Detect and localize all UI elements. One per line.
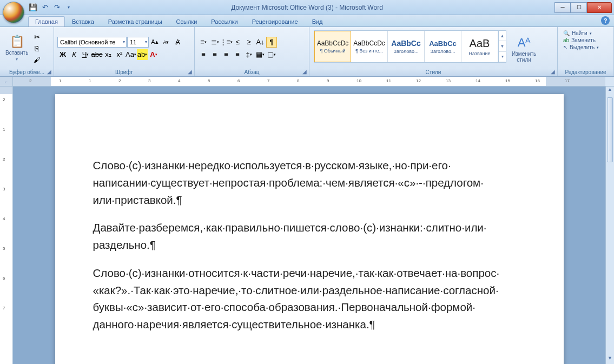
- gallery-more-button[interactable]: ▾: [499, 52, 506, 62]
- undo-icon[interactable]: ↶: [40, 3, 50, 12]
- align-left-button[interactable]: ≡: [198, 49, 209, 60]
- borders-button[interactable]: ▢▾: [266, 49, 277, 60]
- gallery-up-button[interactable]: ▲: [499, 31, 506, 41]
- gallery-down-button[interactable]: ▼: [499, 41, 506, 51]
- change-styles-button[interactable]: Aᴬ Изменить стили: [509, 30, 539, 68]
- paragraph[interactable]: Слово·(с)·изнанки·относится·к·части·речи…: [93, 264, 526, 333]
- style-preview: AaBbCcDc: [317, 39, 349, 47]
- close-button[interactable]: ✕: [587, 2, 612, 13]
- tab-mailings[interactable]: Рассылки: [204, 16, 245, 27]
- chevron-down-icon: ▾: [121, 39, 125, 44]
- document-viewport[interactable]: Слово·(с)·изнанки·нередко·используется·в…: [13, 87, 605, 364]
- increase-indent-button[interactable]: ≥: [243, 37, 254, 48]
- format-painter-button[interactable]: 🖌: [31, 54, 42, 65]
- font-family-combo[interactable]: Calibri (Основной те▾: [57, 37, 127, 48]
- change-case-button[interactable]: Aa▾: [126, 49, 136, 60]
- ruler-tick: 13: [446, 78, 451, 83]
- justify-button[interactable]: ≡: [232, 49, 243, 60]
- group-label-clipboard: Буфер обме...: [2, 68, 51, 76]
- group-label-paragraph: Абзац: [197, 68, 307, 76]
- ruler-tick: 4: [3, 216, 5, 221]
- tab-pagelayout[interactable]: Разметка страницы: [101, 16, 169, 27]
- horizontal-ruler-area: ⌐ 211234567891011121314151617: [0, 77, 614, 87]
- vertical-ruler[interactable]: 21234567: [0, 87, 13, 364]
- line-spacing-button[interactable]: ‡▾: [243, 49, 254, 60]
- style-item[interactable]: AaBНазвание: [461, 31, 498, 62]
- bold-button[interactable]: Ж: [57, 49, 68, 60]
- redo-icon[interactable]: ↷: [52, 3, 62, 12]
- highlight-button[interactable]: ab▾: [137, 49, 148, 60]
- vertical-scrollbar[interactable]: ▲ ▼: [605, 87, 614, 364]
- strikethrough-button[interactable]: abc: [91, 49, 102, 60]
- style-item[interactable]: AaBbCcЗаголово...: [388, 31, 425, 62]
- group-label-editing: Редактирование: [560, 68, 611, 76]
- horizontal-ruler[interactable]: 211234567891011121314151617: [13, 77, 605, 86]
- paste-button[interactable]: 📋 Вставить ▾: [2, 28, 31, 68]
- clipboard-launcher[interactable]: ◢: [46, 69, 52, 75]
- style-name: Название: [463, 51, 497, 56]
- paragraph-launcher[interactable]: ◢: [301, 69, 308, 75]
- style-item[interactable]: AaBbCcЗаголово...: [425, 31, 461, 62]
- multilevel-button[interactable]: ⋮≡▾: [221, 37, 232, 48]
- scroll-up-button[interactable]: ▲: [606, 87, 614, 95]
- tab-review[interactable]: Рецензирование: [245, 16, 305, 27]
- tab-view[interactable]: Вид: [305, 16, 330, 27]
- font-launcher[interactable]: ◢: [187, 69, 193, 75]
- align-right-button[interactable]: ≡: [221, 49, 232, 60]
- replace-icon: ab: [563, 37, 569, 43]
- ruler-tick: 15: [505, 78, 510, 83]
- subscript-button[interactable]: x₂: [103, 49, 114, 60]
- ruler-tick: 5: [3, 246, 5, 251]
- paragraph[interactable]: Давайте·разберемся,·как·правильно·пишетс…: [93, 219, 526, 254]
- font-size-combo[interactable]: 11▾: [127, 37, 149, 48]
- window-title: Документ Microsoft Office Word (3) - Mic…: [231, 4, 383, 11]
- office-button[interactable]: [3, 2, 24, 23]
- font-color-button[interactable]: A▾: [148, 49, 159, 60]
- grow-font-button[interactable]: A▴: [149, 37, 160, 48]
- ribbon-tabs: Главная Вставка Разметка страницы Ссылки…: [0, 15, 614, 27]
- save-icon[interactable]: 💾: [28, 3, 38, 12]
- cut-button[interactable]: ✂: [31, 31, 42, 42]
- ruler-corner[interactable]: ⌐: [0, 77, 13, 86]
- group-paragraph: ≡▾ ≣▾ ⋮≡▾ ≤ ≥ A↓ ¶ ≡ ≡ ≡ ≡ ‡▾ ▦▾ ▢▾ Абза…: [195, 27, 309, 76]
- help-button[interactable]: ?: [601, 16, 610, 25]
- tab-references[interactable]: Ссылки: [169, 16, 204, 27]
- style-name: Заголово...: [426, 49, 460, 54]
- bullets-button[interactable]: ≡▾: [198, 37, 209, 48]
- styles-launcher[interactable]: ◢: [550, 69, 556, 75]
- style-name: Заголово...: [389, 49, 423, 54]
- style-item[interactable]: AaBbCcDc¶ Обычный: [314, 31, 351, 62]
- scroll-thumb[interactable]: [607, 97, 613, 162]
- find-button[interactable]: 🔍Найти▾: [563, 30, 599, 36]
- ruler-tick: 9: [327, 78, 329, 83]
- tab-insert[interactable]: Вставка: [65, 16, 101, 27]
- shading-button[interactable]: ▦▾: [255, 49, 266, 60]
- replace-button[interactable]: abЗаменить: [563, 37, 599, 43]
- ruler-tick: 4: [178, 78, 180, 83]
- sort-button[interactable]: A↓: [255, 37, 266, 48]
- superscript-button[interactable]: x²: [114, 49, 125, 60]
- maximize-button[interactable]: ☐: [571, 2, 587, 13]
- show-marks-button[interactable]: ¶: [266, 37, 277, 48]
- ruler-tick: 14: [476, 78, 480, 83]
- ruler-tick: 17: [565, 78, 570, 83]
- paragraph[interactable]: Слово·(с)·изнанки·нередко·используется·в…: [93, 157, 526, 208]
- align-center-button[interactable]: ≡: [209, 49, 220, 60]
- group-clipboard: 📋 Вставить ▾ ✂ ⎘ 🖌 Буфер обме... ◢: [0, 27, 54, 76]
- italic-button[interactable]: К: [69, 49, 80, 60]
- qat-customize-icon[interactable]: ▾: [64, 3, 74, 12]
- copy-button[interactable]: ⎘: [31, 43, 42, 54]
- decrease-indent-button[interactable]: ≤: [232, 37, 243, 48]
- paste-icon: 📋: [10, 35, 24, 49]
- scroll-down-button[interactable]: ▼: [606, 355, 614, 364]
- numbering-button[interactable]: ≣▾: [209, 37, 220, 48]
- underline-button[interactable]: Ч▾: [80, 49, 91, 60]
- select-button[interactable]: ↖Выделить▾: [563, 44, 599, 50]
- shrink-font-button[interactable]: A▾: [161, 37, 171, 48]
- group-editing: 🔍Найти▾ abЗаменить ↖Выделить▾ Редактиров…: [558, 27, 614, 76]
- ruler-tick: 2: [3, 97, 5, 102]
- clear-formatting-button[interactable]: A̷: [172, 37, 183, 48]
- minimize-button[interactable]: ─: [554, 2, 571, 13]
- tab-home[interactable]: Главная: [28, 16, 65, 27]
- style-item[interactable]: AaBbCcDc¶ Без инте...: [351, 31, 388, 62]
